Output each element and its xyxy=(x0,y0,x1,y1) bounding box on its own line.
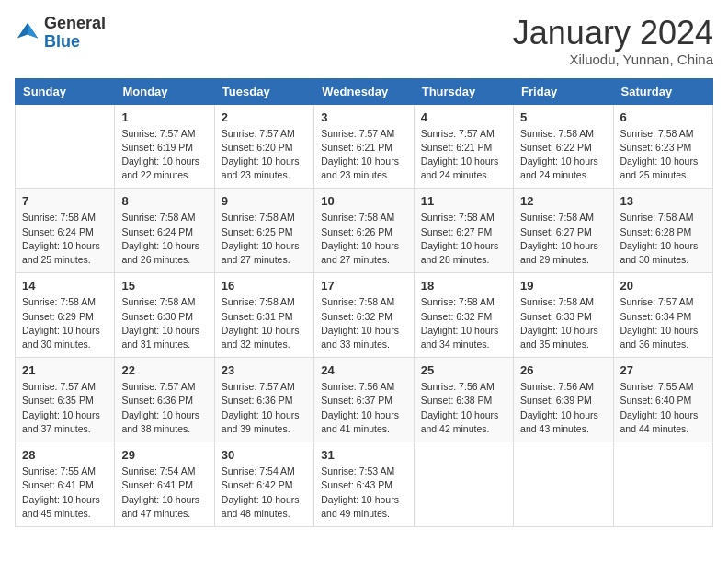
day-number: 28 xyxy=(22,448,108,462)
day-number: 27 xyxy=(620,363,706,377)
calendar-cell: 1Sunrise: 7:57 AM Sunset: 6:19 PM Daylig… xyxy=(115,104,214,189)
calendar-cell: 30Sunrise: 7:54 AM Sunset: 6:42 PM Dayli… xyxy=(214,442,313,527)
col-header-wednesday: Wednesday xyxy=(314,78,414,104)
calendar-cell: 12Sunrise: 7:58 AM Sunset: 6:27 PM Dayli… xyxy=(514,189,613,273)
day-info: Sunrise: 7:58 AM Sunset: 6:27 PM Dayligh… xyxy=(421,211,506,267)
logo-text: General Blue xyxy=(44,15,106,52)
calendar-cell: 9Sunrise: 7:58 AM Sunset: 6:25 PM Daylig… xyxy=(214,189,313,273)
day-number: 23 xyxy=(222,363,307,377)
day-info: Sunrise: 7:58 AM Sunset: 6:27 PM Dayligh… xyxy=(520,211,606,267)
calendar-cell: 10Sunrise: 7:58 AM Sunset: 6:26 PM Dayli… xyxy=(314,189,414,273)
calendar-cell: 5Sunrise: 7:58 AM Sunset: 6:22 PM Daylig… xyxy=(514,104,613,189)
day-info: Sunrise: 7:57 AM Sunset: 6:21 PM Dayligh… xyxy=(321,127,406,183)
day-number: 6 xyxy=(620,110,706,124)
day-number: 2 xyxy=(222,110,307,124)
day-number: 14 xyxy=(22,279,108,293)
day-info: Sunrise: 7:58 AM Sunset: 6:32 PM Dayligh… xyxy=(421,295,506,351)
day-info: Sunrise: 7:58 AM Sunset: 6:28 PM Dayligh… xyxy=(620,211,706,267)
logo-blue-text: Blue xyxy=(44,32,80,51)
day-number: 18 xyxy=(421,279,506,293)
calendar-cell: 27Sunrise: 7:55 AM Sunset: 6:40 PM Dayli… xyxy=(613,358,712,442)
calendar-cell: 8Sunrise: 7:58 AM Sunset: 6:24 PM Daylig… xyxy=(115,189,214,273)
day-number: 17 xyxy=(321,279,406,293)
week-row-3: 14Sunrise: 7:58 AM Sunset: 6:29 PM Dayli… xyxy=(16,273,713,358)
day-number: 26 xyxy=(520,363,606,377)
calendar-cell: 20Sunrise: 7:57 AM Sunset: 6:34 PM Dayli… xyxy=(613,273,712,358)
page-header: General Blue January 2024 Xiluodu, Yunna… xyxy=(15,15,713,67)
calendar-cell: 15Sunrise: 7:58 AM Sunset: 6:30 PM Dayli… xyxy=(115,273,214,358)
calendar-cell: 29Sunrise: 7:54 AM Sunset: 6:41 PM Dayli… xyxy=(115,442,214,527)
calendar-table: SundayMondayTuesdayWednesdayThursdayFrid… xyxy=(15,78,713,527)
day-number: 15 xyxy=(121,279,207,293)
day-info: Sunrise: 7:58 AM Sunset: 6:30 PM Dayligh… xyxy=(121,295,207,351)
day-number: 8 xyxy=(121,194,207,208)
day-number: 5 xyxy=(520,110,606,124)
col-header-friday: Friday xyxy=(514,78,613,104)
day-number: 20 xyxy=(620,279,706,293)
day-info: Sunrise: 7:58 AM Sunset: 6:32 PM Dayligh… xyxy=(321,295,406,351)
day-info: Sunrise: 7:57 AM Sunset: 6:34 PM Dayligh… xyxy=(620,295,706,351)
day-info: Sunrise: 7:56 AM Sunset: 6:39 PM Dayligh… xyxy=(520,380,606,436)
calendar-cell: 14Sunrise: 7:58 AM Sunset: 6:29 PM Dayli… xyxy=(16,273,115,358)
day-info: Sunrise: 7:57 AM Sunset: 6:35 PM Dayligh… xyxy=(22,380,108,436)
day-number: 7 xyxy=(22,194,108,208)
logo-icon xyxy=(15,20,40,46)
day-number: 1 xyxy=(121,110,207,124)
day-info: Sunrise: 7:58 AM Sunset: 6:24 PM Dayligh… xyxy=(121,211,207,267)
day-number: 25 xyxy=(421,363,506,377)
calendar-cell: 21Sunrise: 7:57 AM Sunset: 6:35 PM Dayli… xyxy=(16,358,115,442)
title-block: January 2024 Xiluodu, Yunnan, China xyxy=(513,15,713,67)
day-number: 31 xyxy=(321,448,406,462)
month-title: January 2024 xyxy=(513,15,713,52)
svg-marker-1 xyxy=(28,23,38,39)
col-header-saturday: Saturday xyxy=(613,78,712,104)
day-info: Sunrise: 7:57 AM Sunset: 6:19 PM Dayligh… xyxy=(121,127,207,183)
calendar-body: 1Sunrise: 7:57 AM Sunset: 6:19 PM Daylig… xyxy=(16,104,713,526)
week-row-2: 7Sunrise: 7:58 AM Sunset: 6:24 PM Daylig… xyxy=(16,189,713,273)
calendar-cell xyxy=(613,442,712,527)
day-number: 21 xyxy=(22,363,108,377)
day-number: 22 xyxy=(121,363,207,377)
col-header-sunday: Sunday xyxy=(16,78,115,104)
week-row-4: 21Sunrise: 7:57 AM Sunset: 6:35 PM Dayli… xyxy=(16,358,713,442)
calendar-cell: 25Sunrise: 7:56 AM Sunset: 6:38 PM Dayli… xyxy=(414,358,513,442)
day-number: 11 xyxy=(421,194,506,208)
calendar-header-row: SundayMondayTuesdayWednesdayThursdayFrid… xyxy=(16,78,713,104)
calendar-cell: 19Sunrise: 7:58 AM Sunset: 6:33 PM Dayli… xyxy=(514,273,613,358)
day-number: 19 xyxy=(520,279,606,293)
day-info: Sunrise: 7:56 AM Sunset: 6:37 PM Dayligh… xyxy=(321,380,406,436)
day-info: Sunrise: 7:58 AM Sunset: 6:25 PM Dayligh… xyxy=(222,211,307,267)
day-info: Sunrise: 7:58 AM Sunset: 6:29 PM Dayligh… xyxy=(22,295,108,351)
logo-general-text: General xyxy=(44,14,106,32)
calendar-cell: 2Sunrise: 7:57 AM Sunset: 6:20 PM Daylig… xyxy=(214,104,313,189)
day-number: 3 xyxy=(321,110,406,124)
calendar-cell: 4Sunrise: 7:57 AM Sunset: 6:21 PM Daylig… xyxy=(414,104,513,189)
calendar-cell: 24Sunrise: 7:56 AM Sunset: 6:37 PM Dayli… xyxy=(314,358,414,442)
week-row-5: 28Sunrise: 7:55 AM Sunset: 6:41 PM Dayli… xyxy=(16,442,713,527)
col-header-monday: Monday xyxy=(115,78,214,104)
day-info: Sunrise: 7:55 AM Sunset: 6:41 PM Dayligh… xyxy=(22,465,108,521)
calendar-cell: 6Sunrise: 7:58 AM Sunset: 6:23 PM Daylig… xyxy=(613,104,712,189)
day-number: 4 xyxy=(421,110,506,124)
calendar-cell: 23Sunrise: 7:57 AM Sunset: 6:36 PM Dayli… xyxy=(214,358,313,442)
day-number: 9 xyxy=(222,194,307,208)
calendar-cell: 17Sunrise: 7:58 AM Sunset: 6:32 PM Dayli… xyxy=(314,273,414,358)
day-info: Sunrise: 7:58 AM Sunset: 6:33 PM Dayligh… xyxy=(520,295,606,351)
day-info: Sunrise: 7:58 AM Sunset: 6:26 PM Dayligh… xyxy=(321,211,406,267)
calendar-cell: 28Sunrise: 7:55 AM Sunset: 6:41 PM Dayli… xyxy=(16,442,115,527)
calendar-cell: 11Sunrise: 7:58 AM Sunset: 6:27 PM Dayli… xyxy=(414,189,513,273)
day-info: Sunrise: 7:55 AM Sunset: 6:40 PM Dayligh… xyxy=(620,380,706,436)
day-info: Sunrise: 7:58 AM Sunset: 6:22 PM Dayligh… xyxy=(520,127,606,183)
calendar-cell: 22Sunrise: 7:57 AM Sunset: 6:36 PM Dayli… xyxy=(115,358,214,442)
col-header-thursday: Thursday xyxy=(414,78,513,104)
day-info: Sunrise: 7:54 AM Sunset: 6:42 PM Dayligh… xyxy=(222,465,307,521)
day-info: Sunrise: 7:58 AM Sunset: 6:24 PM Dayligh… xyxy=(22,211,108,267)
day-number: 13 xyxy=(620,194,706,208)
calendar-cell xyxy=(16,104,115,189)
day-info: Sunrise: 7:57 AM Sunset: 6:36 PM Dayligh… xyxy=(222,380,307,436)
day-number: 12 xyxy=(520,194,606,208)
day-number: 10 xyxy=(321,194,406,208)
day-info: Sunrise: 7:58 AM Sunset: 6:23 PM Dayligh… xyxy=(620,127,706,183)
calendar-cell xyxy=(414,442,513,527)
calendar-cell: 31Sunrise: 7:53 AM Sunset: 6:43 PM Dayli… xyxy=(314,442,414,527)
